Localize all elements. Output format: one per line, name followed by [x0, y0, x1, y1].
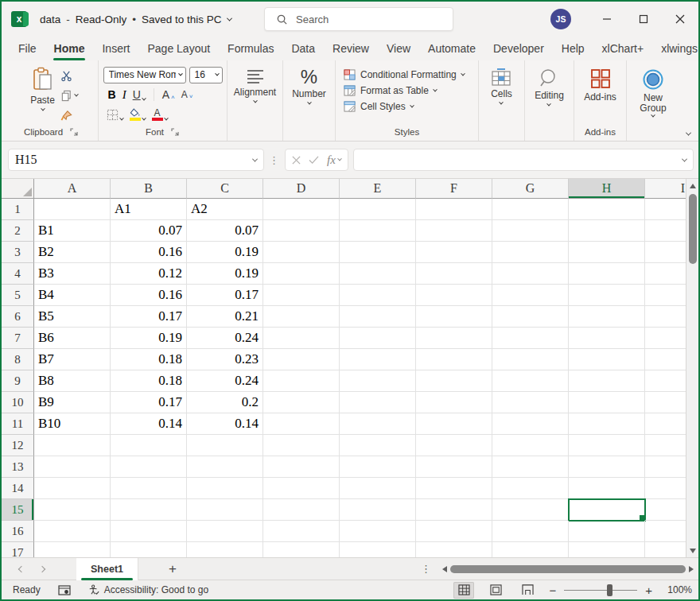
cell-C16[interactable] — [187, 521, 263, 542]
column-header-G[interactable]: G — [492, 179, 569, 199]
cell-C15[interactable] — [187, 499, 263, 521]
cell-F15[interactable] — [416, 499, 492, 521]
tab-data[interactable]: Data — [282, 38, 324, 60]
column-header-D[interactable]: D — [263, 179, 340, 199]
new-group-button[interactable]: New Group — [630, 64, 676, 125]
cell-C3[interactable]: 0.19 — [187, 242, 263, 263]
cell-I1[interactable] — [645, 199, 686, 220]
column-header-I[interactable]: I — [645, 179, 686, 199]
cell-E1[interactable] — [340, 199, 416, 220]
cell-H17[interactable] — [569, 542, 645, 557]
cell-F6[interactable] — [416, 306, 492, 328]
previous-sheet-button[interactable] — [18, 565, 25, 572]
cut-button[interactable] — [60, 68, 78, 83]
formula-input[interactable] — [353, 149, 694, 171]
page-break-preview-button[interactable] — [517, 582, 538, 599]
italic-button[interactable]: I — [122, 88, 126, 102]
cell-B9[interactable]: 0.18 — [111, 370, 187, 392]
row-header-8[interactable]: 8 — [2, 349, 34, 370]
row-header-4[interactable]: 4 — [2, 263, 34, 285]
cell-A2[interactable]: B1 — [34, 220, 111, 242]
cell-D11[interactable] — [263, 413, 340, 435]
cell-F16[interactable] — [416, 521, 492, 542]
column-header-H[interactable]: H — [569, 179, 645, 199]
cell-G12[interactable] — [492, 435, 569, 456]
cell-D1[interactable] — [263, 199, 340, 220]
cell-H9[interactable] — [569, 370, 645, 392]
cell-H15[interactable] — [569, 499, 645, 521]
cell-E10[interactable] — [340, 392, 416, 413]
font-dialog-launcher[interactable] — [170, 127, 180, 137]
cell-E5[interactable] — [340, 285, 416, 306]
zoom-out-button[interactable]: − — [549, 584, 556, 597]
tab-help[interactable]: Help — [553, 38, 593, 60]
cell-B6[interactable]: 0.17 — [111, 306, 187, 328]
cell-H4[interactable] — [569, 263, 645, 285]
cell-E16[interactable] — [340, 521, 416, 542]
cell-F13[interactable] — [416, 456, 492, 478]
cell-D7[interactable] — [263, 328, 340, 349]
cell-B2[interactable]: 0.07 — [111, 220, 187, 242]
cell-H11[interactable] — [569, 413, 645, 435]
cell-A4[interactable]: B3 — [34, 263, 111, 285]
cell-A6[interactable]: B5 — [34, 306, 111, 328]
cell-C13[interactable] — [187, 456, 263, 478]
cell-H5[interactable] — [569, 285, 645, 306]
cell-G11[interactable] — [492, 413, 569, 435]
cell-B17[interactable] — [111, 542, 187, 557]
cell-C7[interactable]: 0.24 — [187, 328, 263, 349]
cell-E3[interactable] — [340, 242, 416, 263]
close-button[interactable] — [662, 2, 698, 37]
cell-C11[interactable]: 0.14 — [187, 413, 263, 435]
cell-H14[interactable] — [569, 478, 645, 499]
cell-F7[interactable] — [416, 328, 492, 349]
tab-automate[interactable]: Automate — [419, 38, 484, 60]
row-header-10[interactable]: 10 — [2, 392, 34, 413]
cell-H12[interactable] — [569, 435, 645, 456]
cell-I7[interactable] — [645, 328, 686, 349]
cell-I4[interactable] — [645, 263, 686, 285]
cell-F5[interactable] — [416, 285, 492, 306]
scroll-left-button[interactable] — [442, 566, 447, 572]
cell-G13[interactable] — [492, 456, 569, 478]
cell-D9[interactable] — [263, 370, 340, 392]
cell-A14[interactable] — [34, 478, 111, 499]
enter-icon[interactable] — [309, 156, 319, 165]
row-header-13[interactable]: 13 — [2, 456, 34, 478]
conditional-formatting-button[interactable]: Conditional Formatting — [344, 69, 465, 80]
cell-F3[interactable] — [416, 242, 492, 263]
font-size-combo[interactable]: 16 — [189, 67, 223, 83]
page-layout-view-button[interactable] — [485, 582, 506, 599]
cell-C9[interactable]: 0.24 — [187, 370, 263, 392]
new-sheet-button[interactable]: + — [169, 561, 177, 577]
cell-G8[interactable] — [492, 349, 569, 370]
zoom-slider-thumb[interactable] — [607, 584, 612, 596]
scroll-down-button[interactable] — [686, 544, 698, 557]
cell-I6[interactable] — [645, 306, 686, 328]
cell-I13[interactable] — [645, 456, 686, 478]
cell-D16[interactable] — [263, 521, 340, 542]
cell-B7[interactable]: 0.19 — [111, 328, 187, 349]
cell-E6[interactable] — [340, 306, 416, 328]
cell-G3[interactable] — [492, 242, 569, 263]
editing-button[interactable]: Editing — [535, 64, 564, 125]
scroll-right-button[interactable] — [689, 566, 694, 572]
format-as-table-button[interactable]: Format as Table — [344, 85, 465, 96]
row-header-16[interactable]: 16 — [2, 521, 34, 542]
cell-A3[interactable]: B2 — [34, 242, 111, 263]
cell-E17[interactable] — [340, 542, 416, 557]
paste-button[interactable]: Paste — [25, 64, 60, 125]
font-name-combo[interactable]: Times New Rom — [103, 67, 186, 83]
row-header-5[interactable]: 5 — [2, 285, 34, 306]
cell-D2[interactable] — [263, 220, 340, 242]
cell-E2[interactable] — [340, 220, 416, 242]
cell-A17[interactable] — [34, 542, 111, 557]
zoom-level[interactable]: 100% — [663, 584, 692, 595]
cell-F17[interactable] — [416, 542, 492, 557]
cell-styles-button[interactable]: Cell Styles — [344, 101, 465, 112]
row-header-7[interactable]: 7 — [2, 328, 34, 349]
cell-F2[interactable] — [416, 220, 492, 242]
row-header-9[interactable]: 9 — [2, 370, 34, 392]
cell-G1[interactable] — [492, 199, 569, 220]
cell-C12[interactable] — [187, 435, 263, 456]
